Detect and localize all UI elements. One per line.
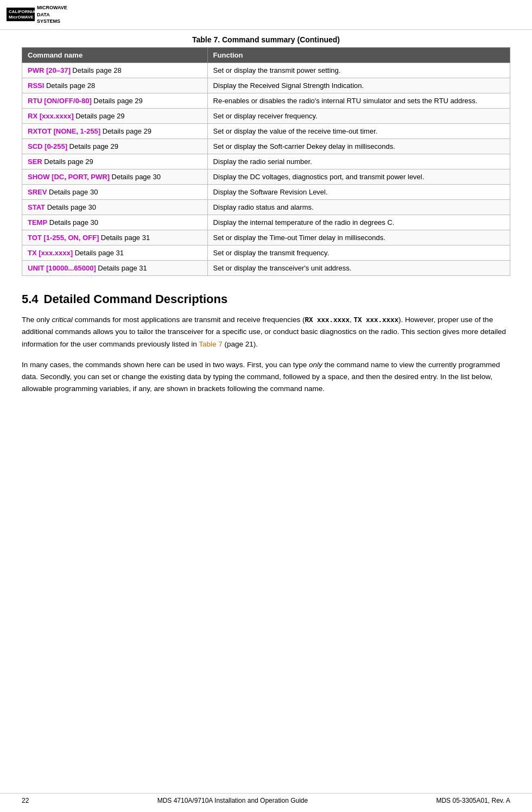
cmd-rest: Details page 30 [110,173,161,181]
cmd-cell: RX [xxx.xxxx] Details page 29 [22,108,208,123]
cmd-rest: Details page 28 [71,66,122,74]
func-cell: Set or display the transmit frequency. [207,245,510,260]
col-header-command: Command name [22,47,208,62]
func-cell: Re-enables or disables the radio's inter… [207,93,510,108]
func-cell: Set or display the value of the receive … [207,123,510,139]
footer: 22 MDS 4710A/9710A Installation and Oper… [0,793,532,804]
p1-after-italic: commands for most applications are trans… [73,316,305,324]
cmd-rest: Details page 30 [45,203,96,211]
func-cell: Display radio status and alarms. [207,199,510,215]
table-row: RX [xxx.xxxx] Details page 29Set or disp… [22,108,510,123]
cmd-highlight: SREV [28,188,47,196]
func-cell: Display the radio serial number. [207,154,510,169]
cmd-cell: RTU [ON/OFF/0-80] Details page 29 [22,93,208,108]
cmd-highlight: SHOW [DC, PORT, PWR] [28,173,110,181]
func-cell: Set or display the transceiver's unit ad… [207,260,510,275]
cmd-cell: PWR [20–37] Details page 28 [22,62,208,78]
cmd-cell: SER Details page 29 [22,154,208,169]
table-row: TEMP Details page 30Display the internal… [22,215,510,230]
col-header-function: Function [207,47,510,62]
p1-paren: (page 21). [223,340,258,348]
func-cell: Display the DC voltages, diagnostics por… [207,169,510,184]
p1-mono1: RX xxx.xxxx [305,317,350,324]
table-row: SER Details page 29Display the radio ser… [22,154,510,169]
cmd-rest: Details page 31 [73,249,124,257]
paragraph1: The only critical commands for most appl… [22,314,510,350]
table-row: TOT [1-255, ON, OFF] Details page 31Set … [22,230,510,245]
cmd-cell: TOT [1-255, ON, OFF] Details page 31 [22,230,208,245]
cmd-rest: Details page 29 [42,158,93,166]
cmd-rest: Details page 29 [100,127,151,135]
p1-italic: critical [52,316,73,324]
p1-comma: , [350,316,354,324]
p1-link: Table 7 [199,340,223,348]
cmd-highlight: SCD [0-255] [28,142,67,150]
cmd-highlight: RTU [ON/OFF/0-80] [28,97,92,105]
table-row: RTU [ON/OFF/0-80] Details page 29Re-enab… [22,93,510,108]
cmd-cell: TEMP Details page 30 [22,215,208,230]
cmd-highlight: TOT [1-255, ON, OFF] [28,234,99,242]
func-cell: Set or display the Soft-carrier Dekey de… [207,139,510,154]
cmd-rest: Details page 30 [47,218,98,226]
cmd-rest: Details page 29 [92,97,143,105]
cmd-cell: SCD [0-255] Details page 29 [22,139,208,154]
cmd-rest: Details page 29 [74,112,125,120]
header: CALIFORNIAMicrOWAVE MICROWAVEDATASYSTEMS [0,0,532,30]
cmd-cell: SHOW [DC, PORT, PWR] Details page 30 [22,169,208,184]
table-row: UNIT [10000...65000] Details page 31Set … [22,260,510,275]
section-title: Detailed Command Descriptions [44,292,228,306]
p2-only-italic: only [309,361,322,369]
p1-before-italic: The only [22,316,52,324]
table-title: Table 7. Command summary (Continued) [22,35,510,44]
table-row: SREV Details page 30Display the Software… [22,184,510,199]
cmd-cell: STAT Details page 30 [22,199,208,215]
table-row: SHOW [DC, PORT, PWR] Details page 30Disp… [22,169,510,184]
cmd-highlight: PWR [20–37] [28,66,71,74]
footer-page-num: 22 [22,797,29,804]
cmd-highlight: RX [xxx.xxxx] [28,112,74,120]
p1-mono2: TX xxx.xxxx [354,317,399,324]
cmd-rest: Details page 29 [67,142,118,150]
cmd-highlight: STAT [28,203,45,211]
footer-center: MDS 4710A/9710A Installation and Operati… [157,797,308,804]
cmd-cell: RSSI Details page 28 [22,78,208,93]
cmd-highlight: TX [xxx.xxxx] [28,249,73,257]
cmd-highlight: TEMP [28,218,47,226]
paragraph2: In many cases, the commands shown here c… [22,359,510,395]
logo-box: CALIFORNIAMicrOWAVE MICROWAVEDATASYSTEMS [7,4,67,25]
cmd-rest: Details page 28 [44,81,95,90]
func-cell: Display the internal temperature of the … [207,215,510,230]
command-summary-table: Command name Function PWR [20–37] Detail… [22,47,510,276]
cmd-highlight: SER [28,158,42,166]
cmd-rest: Details page 31 [99,234,150,242]
table-row: RXTOT [NONE, 1-255] Details page 29Set o… [22,123,510,139]
cmd-cell: UNIT [10000...65000] Details page 31 [22,260,208,275]
func-cell: Set or display the transmit power settin… [207,62,510,78]
cmd-rest: Details page 31 [96,264,147,272]
table-row: TX [xxx.xxxx] Details page 31Set or disp… [22,245,510,260]
table-row: STAT Details page 30Display radio status… [22,199,510,215]
table-row: RSSI Details page 28Display the Received… [22,78,510,93]
page-content: Table 7. Command summary (Continued) Com… [0,30,532,420]
footer-right: MDS 05-3305A01, Rev. A [436,797,510,804]
cmd-cell: RXTOT [NONE, 1-255] Details page 29 [22,123,208,139]
func-cell: Display the Software Revision Level. [207,184,510,199]
california-microwave-logo: CALIFORNIAMicrOWAVE [7,8,35,21]
table-row: PWR [20–37] Details page 28Set or displa… [22,62,510,78]
func-cell: Set or display receiver frequency. [207,108,510,123]
cmd-rest: Details page 30 [47,188,98,196]
cmd-highlight: RSSI [28,81,44,90]
table-row: SCD [0-255] Details page 29Set or displa… [22,139,510,154]
data-systems-logo: MICROWAVEDATASYSTEMS [37,4,67,25]
func-cell: Set or display the Time-out Timer delay … [207,230,510,245]
cmd-cell: TX [xxx.xxxx] Details page 31 [22,245,208,260]
cmd-highlight: UNIT [10000...65000] [28,264,96,272]
section-heading: 5.4Detailed Command Descriptions [22,292,510,306]
section-number: 5.4 [22,292,39,306]
func-cell: Display the Received Signal Strength Ind… [207,78,510,93]
cmd-cell: SREV Details page 30 [22,184,208,199]
cmd-highlight: RXTOT [NONE, 1-255] [28,127,100,135]
